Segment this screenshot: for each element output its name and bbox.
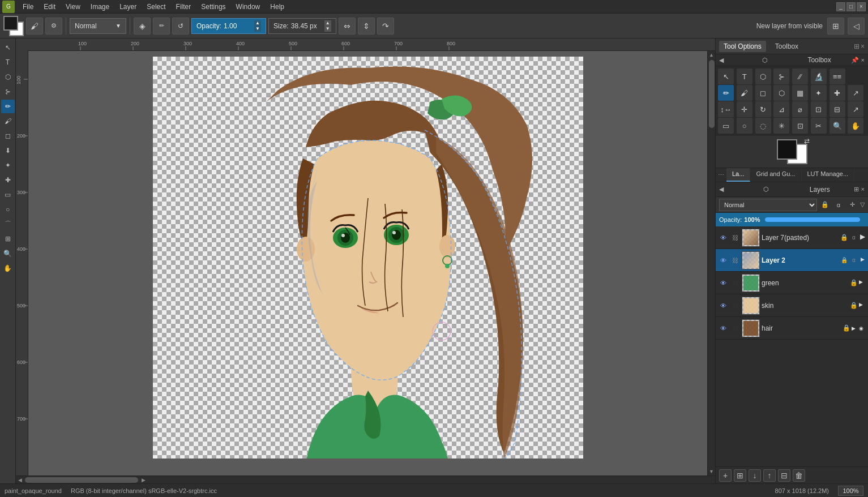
tool-cage-btn[interactable]: ⊡ bbox=[811, 101, 827, 117]
tool-brush[interactable]: 🖌 bbox=[1, 114, 15, 128]
paint-dynamics-edit[interactable]: ✏ bbox=[153, 18, 170, 35]
sub-tab-grid[interactable]: Grid and Gu... bbox=[750, 168, 801, 182]
tool-zoom-btn[interactable]: 🔍 bbox=[829, 118, 845, 134]
menu-window[interactable]: Window bbox=[232, 2, 265, 12]
tool-select-ellipse[interactable]: ○ bbox=[1, 203, 15, 216]
panel-close-btn[interactable]: × bbox=[861, 42, 865, 50]
layer-down-btn[interactable]: ↓ bbox=[749, 469, 761, 482]
opacity-slider[interactable] bbox=[765, 217, 861, 222]
layer-hair-lock[interactable]: 🔒 bbox=[842, 324, 851, 333]
tab-tool-options[interactable]: Tool Options bbox=[719, 41, 766, 52]
tool-free-sel-btn[interactable]: ◌ bbox=[755, 118, 771, 134]
lock-alpha-btn[interactable]: α bbox=[833, 199, 844, 211]
layer-hair-extra-btn[interactable]: ▶ bbox=[852, 324, 858, 333]
fg-swatch[interactable] bbox=[777, 139, 797, 160]
size-input[interactable] bbox=[291, 22, 322, 30]
color-selector[interactable] bbox=[3, 16, 24, 36]
new-layer-btn[interactable]: ⊞ bbox=[827, 18, 844, 35]
size-up[interactable]: ▲ bbox=[324, 20, 331, 26]
swap-colors-btn[interactable]: ⇄ bbox=[804, 137, 810, 145]
tool-eraser[interactable]: ◻ bbox=[1, 129, 15, 143]
menu-filter[interactable]: Filter bbox=[172, 2, 196, 12]
tool-color-pick-btn[interactable]: 🔬 bbox=[811, 68, 827, 84]
tool-align-btn[interactable]: ⬡ bbox=[755, 68, 771, 84]
opacity-input[interactable] bbox=[224, 22, 252, 30]
layer-hair-chain[interactable]: ⛓ bbox=[730, 323, 740, 333]
menu-select[interactable]: Select bbox=[142, 2, 170, 12]
toolbox-pin-btn[interactable]: 📌 bbox=[851, 57, 859, 64]
flip-v-btn[interactable]: ⇕ bbox=[358, 18, 375, 35]
layer-skin-lock[interactable]: 🔒 bbox=[849, 301, 858, 310]
layer-row-7[interactable]: 👁 ⛓ Layer 7(pasted) 🔒 α ▶ bbox=[716, 226, 868, 249]
color-swatches[interactable]: ⇄ bbox=[777, 139, 807, 164]
menu-layer[interactable]: Layer bbox=[115, 2, 141, 12]
size-down[interactable]: ▼ bbox=[324, 26, 331, 32]
layer-7-extra-btn[interactable]: ▶ bbox=[859, 233, 866, 240]
tool-heal-btn[interactable]: ✚ bbox=[829, 85, 845, 101]
layer-up-btn[interactable]: ↑ bbox=[763, 469, 776, 482]
menu-help[interactable]: Help bbox=[266, 2, 289, 12]
tool-scissors-btn[interactable]: ✂ bbox=[811, 118, 827, 134]
layer-2-extra-btn[interactable]: ▶ bbox=[859, 256, 866, 263]
reset-btn[interactable]: ↺ bbox=[172, 18, 189, 35]
blend-mode-select[interactable]: Normal ▼ bbox=[70, 18, 126, 34]
tool-zoom[interactable]: 🔍 bbox=[1, 247, 15, 260]
tool-gradient-btn[interactable]: ▦ bbox=[792, 85, 808, 101]
panel-config-btn[interactable]: ⊞ bbox=[854, 42, 860, 50]
tool-path-btn[interactable]: ⊱ bbox=[773, 68, 789, 84]
tool-rect-sel-btn[interactable]: ▭ bbox=[718, 118, 734, 134]
tool-arrow[interactable]: ↖ bbox=[1, 41, 15, 54]
tool-move-btn[interactable]: ✛ bbox=[737, 101, 752, 117]
tool-unified-btn[interactable]: ⊟ bbox=[829, 101, 845, 117]
tool-pencil-btn[interactable]: ✏ bbox=[718, 85, 734, 101]
canvas-viewport[interactable] bbox=[28, 51, 707, 475]
layer-row-skin[interactable]: 👁 ⛓ skin 🔒 ▶ bbox=[716, 294, 868, 317]
sub-tab-lut[interactable]: LUT Manage... bbox=[802, 168, 855, 182]
tool-pencil[interactable]: ✏ bbox=[1, 100, 15, 113]
tool-warp-btn[interactable]: ⌀ bbox=[792, 101, 808, 117]
tool-text[interactable]: T bbox=[1, 55, 15, 69]
tool-rotate-btn[interactable]: ↻ bbox=[755, 101, 771, 117]
tool-eraser-btn[interactable]: ◻ bbox=[755, 85, 771, 101]
scroll-right-btn[interactable]: ▶ bbox=[139, 476, 147, 484]
lock-move-btn[interactable]: ✛ bbox=[846, 199, 858, 211]
opacity-spinner[interactable]: ▲ ▼ bbox=[254, 20, 261, 32]
window-close[interactable]: × bbox=[857, 2, 866, 11]
layer-skin-chain[interactable]: ⛓ bbox=[730, 301, 740, 311]
layer-hair-vis-btn[interactable]: 👁 bbox=[718, 323, 728, 333]
sub-tabs-dots[interactable]: ⋯ bbox=[716, 168, 726, 182]
layer-hair-extra2-btn[interactable]: ◉ bbox=[859, 324, 866, 333]
layers-expand-icon[interactable]: ◀ bbox=[719, 186, 761, 193]
duplicate-layer-btn[interactable]: ⊟ bbox=[778, 469, 790, 482]
tool-color-sel-btn[interactable]: ⊡ bbox=[792, 118, 808, 134]
flip-h-btn[interactable]: ⇔ bbox=[339, 18, 356, 35]
tool-transform[interactable]: ⊞ bbox=[1, 232, 15, 246]
layer-green-chain[interactable]: ⛓ bbox=[730, 278, 740, 288]
layer-7-vis-btn[interactable]: 👁 bbox=[718, 233, 728, 243]
menu-view[interactable]: View bbox=[61, 2, 85, 12]
tool-text-btn[interactable]: T bbox=[737, 68, 752, 84]
layer-2-chain[interactable]: ⛓ bbox=[730, 255, 740, 265]
sub-tab-layers[interactable]: La... bbox=[726, 168, 750, 182]
layers-config-btn[interactable]: ⊞ bbox=[854, 186, 859, 193]
collapse-right-btn[interactable]: ◁ bbox=[848, 18, 865, 35]
window-minimize[interactable]: _ bbox=[836, 2, 845, 11]
opacity-down[interactable]: ▼ bbox=[254, 26, 261, 32]
tool-options-btn[interactable]: ⚙ bbox=[45, 18, 62, 35]
size-spinner[interactable]: ▲ ▼ bbox=[324, 20, 331, 32]
toolbox-expand-icon[interactable]: ◀ bbox=[719, 57, 760, 64]
tool-ellipse-sel-btn[interactable]: ○ bbox=[737, 118, 752, 134]
tool-pan[interactable]: ✋ bbox=[1, 262, 15, 275]
tool-pan-btn[interactable]: ✋ bbox=[848, 118, 863, 134]
layer-2-lock[interactable]: 🔒 bbox=[840, 256, 849, 265]
tool-path[interactable]: ⊱ bbox=[1, 85, 15, 98]
tool-perspective-btn[interactable]: ↗ bbox=[848, 85, 863, 101]
layer-green-extra-btn[interactable]: ▶ bbox=[859, 279, 866, 285]
rotate-btn[interactable]: ↷ bbox=[377, 18, 394, 35]
tool-clone[interactable]: ✦ bbox=[1, 158, 15, 172]
scroll-down-btn[interactable]: ▼ bbox=[708, 468, 716, 475]
paint-mode-icon[interactable]: 🖌 bbox=[26, 18, 43, 35]
layer-7-lock[interactable]: 🔒 bbox=[840, 233, 849, 242]
fg-color[interactable] bbox=[3, 16, 18, 31]
opacity-up[interactable]: ▲ bbox=[254, 20, 261, 26]
